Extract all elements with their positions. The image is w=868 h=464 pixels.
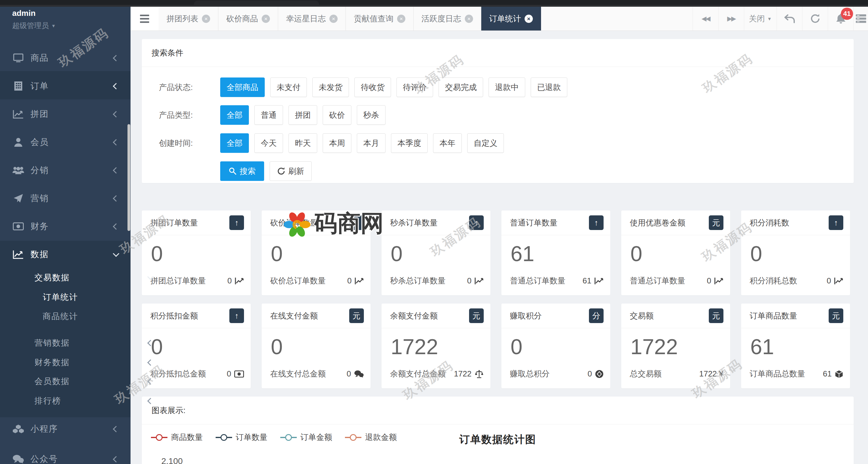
sidebar-user[interactable]: admin 超级管理员 ▼	[12, 8, 56, 31]
sidebar-subitem-goods-stats[interactable]: 商品统计	[0, 309, 173, 323]
sidebar-item-finance[interactable]: 财务	[0, 219, 130, 234]
browser-chrome-strip	[0, 0, 868, 7]
filter-status-completed[interactable]: 交易完成	[439, 78, 483, 97]
filter-type-bargain[interactable]: 砍价	[323, 105, 351, 125]
filter-time-week[interactable]: 本周	[323, 133, 351, 153]
chevron-down-icon	[147, 273, 154, 280]
chart-up-icon	[355, 277, 364, 285]
back-button[interactable]	[776, 7, 802, 31]
cubes-icon	[11, 424, 25, 433]
chart-panel: 图表展示: 商品数量 订单数量	[142, 397, 854, 464]
stat-card-online-pay-amount: 在线支付金额 元 0 在线支付总金额 0	[262, 304, 371, 388]
sidebar-item-groupbuy[interactable]: 拼团	[0, 106, 130, 122]
sidebar-subitem-order-stats[interactable]: 订单统计	[0, 290, 173, 304]
filter-time-month[interactable]: 本月	[357, 133, 385, 153]
refresh-button[interactable]	[802, 7, 828, 31]
close-icon[interactable]: ×	[202, 14, 210, 23]
tab-contribution-query[interactable]: 贡献值查询 ×	[346, 7, 413, 31]
filter-type-normal[interactable]: 普通	[254, 105, 283, 125]
sidebar: admin 超级管理员 ▼ 商品 订单 拼团 会员	[0, 7, 130, 464]
settings-list-button[interactable]	[854, 7, 868, 31]
close-tabs-dropdown[interactable]: 关闭 ▼	[744, 7, 776, 31]
sidebar-item-official-account[interactable]: 公众号	[0, 452, 130, 464]
filter-time-quarter[interactable]: 本季度	[391, 133, 428, 153]
filter-label: 创建时间:	[159, 133, 193, 153]
wechat-pay-icon	[354, 370, 364, 378]
filter-time-all[interactable]: 全部	[220, 133, 249, 153]
filter-status-refunded[interactable]: 已退款	[531, 78, 567, 97]
close-icon[interactable]: ×	[525, 14, 533, 23]
filter-type-flashsale[interactable]: 秒杀	[357, 105, 385, 125]
wechat-icon	[11, 455, 25, 464]
stat-cards-row-2: 积分抵扣金额 ↑ 0 积分抵扣总金额 0 在线支付金额 元 0 在线支付总金额 …	[142, 304, 850, 388]
stat-value: 0	[271, 335, 283, 359]
filter-row-product-status: 产品状态: 全部商品 未支付 未发货 待收货 待评价 交易完成 退款中 已退款	[142, 78, 854, 97]
tab-activity-log[interactable]: 活跃度日志 ×	[413, 7, 481, 31]
sidebar-subitem-marketing-data[interactable]: 营销数据	[0, 336, 165, 350]
stat-value: 1722	[391, 335, 438, 359]
close-icon[interactable]: ×	[397, 14, 405, 23]
filter-time-custom[interactable]: 自定义	[467, 133, 504, 153]
filter-status-unpaid[interactable]: 未支付	[270, 78, 307, 97]
money-bill-icon	[11, 222, 25, 230]
sidebar-item-distribution[interactable]: 分销	[0, 163, 130, 178]
stat-card-bargain-orders: 砍价订单数量 ↑ 0 砍价总订单数量 0	[262, 211, 371, 295]
filter-type-groupbuy[interactable]: 拼团	[288, 105, 317, 125]
sidebar-subitem-member-data[interactable]: 会员数据	[0, 374, 165, 388]
close-icon[interactable]: ×	[262, 14, 270, 23]
tabs-scroll-left-button[interactable]: ◀◀	[693, 7, 718, 31]
sidebar-item-marketing[interactable]: 营销	[0, 191, 130, 206]
filter-status-refunding[interactable]: 退款中	[489, 78, 525, 97]
money-bill-icon	[234, 370, 244, 378]
user-role[interactable]: 超级管理员 ▼	[12, 21, 56, 31]
filter-status-unshipped[interactable]: 未发货	[312, 78, 349, 97]
sidebar-scrollbar[interactable]	[127, 124, 130, 231]
stat-value: 0	[630, 242, 642, 266]
chart-title: 订单数据统计图	[142, 433, 854, 446]
stat-value: 0	[271, 242, 283, 266]
filter-label: 产品类型:	[159, 105, 193, 125]
filter-status-to-receive[interactable]: 待收货	[354, 78, 391, 97]
tab-luckystar-log[interactable]: 幸运星日志 ×	[278, 7, 346, 31]
chart-up-icon	[714, 277, 723, 285]
search-conditions-panel: 搜索条件 产品状态: 全部商品 未支付 未发货 待收货 待评价 交易完成 退款中…	[142, 39, 854, 183]
sidebar-subitem-finance-data[interactable]: 财务数据	[0, 355, 165, 369]
stat-card-balance-pay-amount: 余额支付金额 元 1722 余额支付总金额 1722	[381, 304, 490, 388]
chart-panel-title: 图表展示:	[142, 397, 854, 424]
tab-groupbuy-list[interactable]: 拼团列表 ×	[159, 7, 218, 31]
close-icon[interactable]: ×	[330, 14, 338, 23]
sidebar-item-miniprogram[interactable]: 小程序	[0, 421, 130, 437]
sidebar-item-goods[interactable]: 商品	[0, 50, 130, 66]
filter-status-to-review[interactable]: 待评价	[397, 78, 433, 97]
close-icon[interactable]: ×	[465, 14, 473, 23]
search-button[interactable]: 搜索	[220, 161, 264, 181]
sidebar-subitem-ranking[interactable]: 排行榜	[0, 394, 165, 408]
filter-time-year[interactable]: 本年	[433, 133, 462, 153]
tab-bargain-goods[interactable]: 砍价商品 ×	[218, 7, 278, 31]
arrow-up-badge: ↑	[589, 215, 603, 230]
refresh-button[interactable]: 刷新	[270, 161, 312, 181]
stat-value: 1722	[630, 335, 678, 359]
tabs-scroll-right-button[interactable]: ▶▶	[718, 7, 744, 31]
search-icon	[229, 167, 237, 175]
tab-bar: 拼团列表 × 砍价商品 × 幸运星日志 × 贡献值查询 × 活跃度日志 × 订单…	[130, 7, 868, 31]
filter-type-all[interactable]: 全部	[220, 105, 249, 125]
header-toolbar: ◀◀ ▶▶ 关闭 ▼ 41	[693, 7, 868, 31]
sidebar-item-member[interactable]: 会员	[0, 134, 130, 150]
search-panel-title: 搜索条件	[142, 39, 854, 67]
sidebar-toggle-button[interactable]	[130, 7, 159, 31]
sidebar-subitem-trade-data[interactable]: 交易数据	[0, 271, 165, 285]
filter-time-yesterday[interactable]: 昨天	[288, 133, 317, 153]
chevron-left-icon	[113, 83, 119, 89]
notifications-button[interactable]: 41	[828, 7, 854, 31]
stat-card-normal-orders: 普通订单数量 ↑ 61 普通总订单数量 61	[501, 211, 610, 295]
chevron-left-icon	[147, 398, 154, 404]
stat-card-order-goods-count: 订单商品数量 元 61 订单商品总数量 61	[741, 304, 850, 388]
sidebar-item-data[interactable]: 数据	[0, 247, 130, 262]
double-arrow-left-icon: ◀◀	[702, 15, 709, 22]
yuan-badge: 元	[469, 308, 484, 323]
tab-order-stats[interactable]: 订单统计 ×	[481, 7, 541, 31]
filter-time-today[interactable]: 今天	[254, 133, 283, 153]
filter-status-all[interactable]: 全部商品	[220, 78, 265, 97]
sidebar-item-order[interactable]: 订单	[0, 79, 130, 94]
